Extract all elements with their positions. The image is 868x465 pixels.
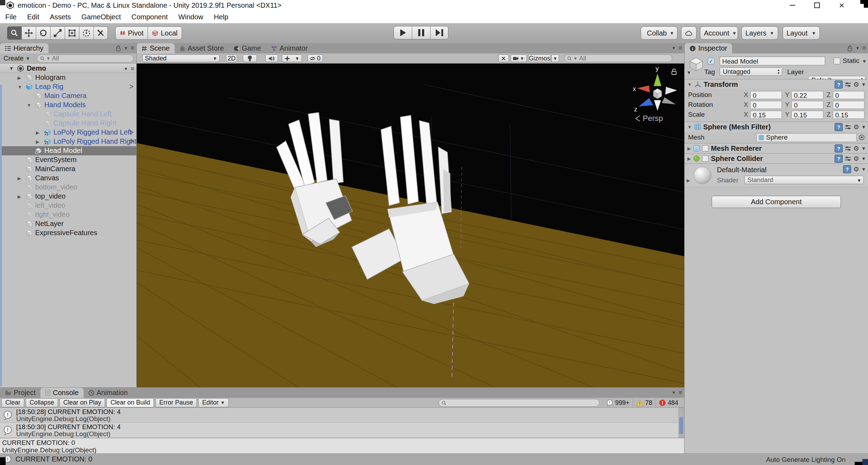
scene-root-row[interactable]: ▼ Demo ▼≡	[0, 64, 136, 73]
hierarchy-item-capsule-hand-right[interactable]: Capsule Hand Right	[0, 119, 136, 128]
scale-tool-button[interactable]	[50, 26, 65, 40]
foldout-collapsed-icon[interactable]: ▶	[687, 178, 690, 183]
2d-toggle-button[interactable]: 2D	[226, 54, 237, 62]
preview-caret-icon[interactable]: ▼	[687, 70, 691, 75]
console-scrollbar[interactable]	[679, 408, 684, 438]
hierarchy-item-canvas[interactable]: ▶Canvas	[0, 174, 136, 183]
status-bar[interactable]: ! CURRENT EMOTION: 0 Auto Generate Light…	[0, 453, 868, 465]
transform-component-header[interactable]: ▼ Transform ? ⚙▼	[685, 79, 868, 89]
local-toggle-button[interactable]: Local	[148, 26, 182, 40]
tab-console[interactable]: Console	[40, 388, 83, 398]
pause-button[interactable]	[412, 26, 430, 39]
account-dropdown[interactable]: Account▼	[700, 26, 738, 40]
create-dropdown[interactable]: Create▼	[0, 53, 34, 63]
scene-search-input[interactable]: ▼ All	[564, 54, 672, 62]
hierarchy-item-hand-models[interactable]: ▼Hand Models	[0, 101, 136, 110]
foldout-expanded-icon[interactable]: ▼	[18, 84, 22, 90]
lock-icon[interactable]	[847, 45, 853, 51]
console-button-collapse[interactable]: Collapse	[26, 398, 58, 407]
console-button-clear-on-build[interactable]: Clear on Build	[106, 398, 154, 407]
console-log-entry[interactable]: ![18:50:28] CURRENT EMOTION: 4UnityEngin…	[0, 408, 684, 423]
lighting-toggle-button[interactable]	[243, 54, 257, 62]
panel-menu-icon[interactable]: ▼	[672, 390, 676, 395]
tab-game[interactable]: Game	[229, 43, 266, 53]
help-icon[interactable]: ?	[843, 165, 851, 173]
tag-dropdown[interactable]: Untagged ▲▼	[720, 67, 782, 76]
panel-menu-icon[interactable]: ≡	[679, 389, 682, 396]
scene-tools-button[interactable]	[498, 54, 509, 62]
cloud-button[interactable]	[681, 26, 697, 40]
hierarchy-item-hologram[interactable]: ▶Hologram	[0, 73, 136, 82]
hierarchy-item-lopoly-rigged-hand-left[interactable]: ▶LoPoly Rigged Hand Left>	[0, 128, 136, 137]
static-checkbox[interactable]	[834, 58, 840, 64]
foldout-expanded-icon[interactable]: ▼	[9, 66, 14, 71]
foldout-collapsed-icon[interactable]: ▶	[36, 139, 39, 144]
component-enabled-checkbox[interactable]	[702, 155, 708, 162]
spherecollider-component-header[interactable]: ▶ Sphere Collider ? ⚙▼	[685, 153, 868, 163]
menu-help[interactable]: Help	[209, 13, 234, 21]
component-enabled-checkbox[interactable]	[702, 145, 708, 151]
presets-icon[interactable]	[845, 124, 851, 130]
console-detail-pane[interactable]: CURRENT EMOTION: 0 UnityEngine.Debug:Log…	[0, 438, 684, 454]
static-caret-icon[interactable]: ▼	[862, 59, 867, 64]
foldout-collapsed-icon[interactable]: ▶	[18, 176, 21, 181]
tab-scene[interactable]: Scene	[137, 43, 175, 53]
console-button-clear-on-play[interactable]: Clear on Play	[59, 398, 105, 407]
gear-icon[interactable]: ⚙	[853, 80, 859, 89]
hierarchy-item-lopoly-rigged-hand-right[interactable]: ▶LoPoly Rigged Hand Right>	[0, 137, 136, 146]
tab-animation[interactable]: Animation	[84, 388, 133, 398]
hierarchy-item-capsule-hand-left[interactable]: Capsule Hand Left	[0, 110, 136, 119]
help-icon[interactable]: ?	[835, 144, 843, 153]
hierarchy-search-input[interactable]: ▼ All	[37, 54, 134, 63]
foldout-expanded-icon[interactable]: ▼	[687, 124, 692, 130]
gizmos-dropdown[interactable]: Gizmos	[528, 54, 551, 62]
scale-x-field[interactable]: 0.15	[750, 111, 782, 119]
menu-gameobject[interactable]: GameObject	[76, 13, 126, 21]
custom-tool-button[interactable]	[93, 26, 108, 40]
foldout-collapsed-icon[interactable]: ▶	[687, 146, 691, 151]
tab-inspector[interactable]: i Inspector	[685, 43, 732, 53]
menu-file[interactable]: File	[0, 13, 22, 21]
auto-lighting-status[interactable]: Auto Generate Lighting On	[766, 456, 846, 464]
prefab-open-chevron-icon[interactable]: >	[129, 83, 134, 91]
info-count-badge[interactable]: ! 999+	[603, 399, 633, 407]
panel-menu-icon[interactable]: ≡	[131, 45, 134, 52]
hierarchy-item-expressivefeatures[interactable]: ExpressiveFeatures	[0, 228, 136, 238]
panel-menu-icon[interactable]: ▼	[124, 46, 128, 51]
hierarchy-item-netlayer[interactable]: NetLayer	[0, 219, 136, 228]
shading-mode-dropdown[interactable]: Shaded▼	[142, 54, 220, 62]
mesh-object-field[interactable]: Sphere	[756, 133, 857, 142]
restore-button[interactable]	[805, 0, 829, 11]
foldout-collapsed-icon[interactable]: ▶	[36, 130, 39, 135]
presets-icon[interactable]	[845, 146, 851, 152]
move-tool-button[interactable]	[21, 26, 36, 40]
play-button[interactable]	[394, 26, 412, 39]
gear-icon[interactable]: ⚙	[853, 144, 859, 153]
close-button[interactable]: ×	[829, 0, 854, 11]
console-button-clear[interactable]: Clear	[1, 398, 24, 407]
active-checkbox[interactable]: ✓	[708, 58, 714, 64]
help-icon[interactable]: ?	[835, 155, 843, 163]
rotate-tool-button[interactable]	[36, 26, 50, 40]
console-log-entry[interactable]: ![18:50:30] CURRENT EMOTION: 4UnityEngin…	[0, 423, 684, 438]
prefab-open-chevron-icon[interactable]: >	[129, 137, 134, 146]
scale-y-field[interactable]: 0.15	[791, 111, 823, 119]
add-component-button[interactable]: Add Component	[712, 196, 841, 208]
hierarchy-item-head-model[interactable]: Head Model	[0, 146, 136, 155]
lock-icon[interactable]	[116, 45, 121, 51]
tab-hierarchy[interactable]: Hierarchy	[0, 43, 48, 53]
hierarchy-item-maincamera[interactable]: MainCamera	[0, 164, 136, 174]
meshrenderer-component-header[interactable]: ▶ Mesh Renderer ? ⚙▼	[685, 143, 868, 153]
object-picker-icon[interactable]	[859, 135, 864, 140]
shader-dropdown[interactable]: Standard ▼	[744, 176, 864, 184]
scene-menu-icon[interactable]: ≡	[131, 65, 134, 72]
gear-icon[interactable]: ⚙	[853, 165, 859, 173]
foldout-collapsed-icon[interactable]: ▶	[18, 75, 21, 80]
hierarchy-item-leap-rig[interactable]: ▼Leap Rig>	[0, 82, 136, 91]
pivot-toggle-button[interactable]: Pivot	[115, 26, 148, 40]
prefab-open-chevron-icon[interactable]: >	[129, 128, 134, 136]
menu-edit[interactable]: Edit	[22, 13, 44, 21]
position-y-field[interactable]: 0.22	[791, 91, 823, 99]
gizmos-caret-button[interactable]: ▼	[551, 54, 559, 62]
help-icon[interactable]: ?	[835, 80, 843, 89]
